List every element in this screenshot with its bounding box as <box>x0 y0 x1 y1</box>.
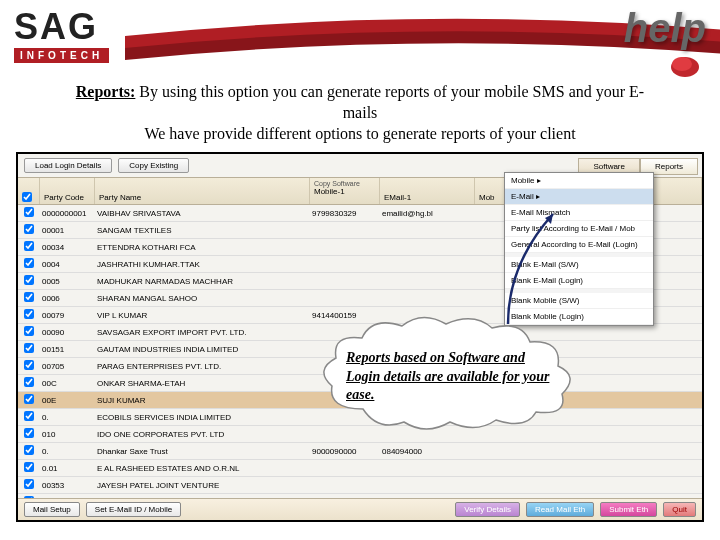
row-checkbox[interactable] <box>24 241 34 251</box>
cell-name: MADHUKAR NARMADAS MACHHAR <box>95 277 310 286</box>
cell-name: SANGAM TEXTILES <box>95 226 310 235</box>
load-login-button[interactable]: Load Login Details <box>24 158 112 173</box>
cell-name: ETTENDRA KOTHARI FCA <box>95 243 310 252</box>
cell-name: VAIBHAV SRIVASTAVA <box>95 209 310 218</box>
cell-code: 00079 <box>40 311 95 320</box>
row-checkbox[interactable] <box>24 394 34 404</box>
cell-name: PARAG ENTERPRISES PVT. LTD. <box>95 362 310 371</box>
set-email-button[interactable]: Set E-Mail ID / Mobile <box>86 502 181 517</box>
help-label: help <box>624 6 706 51</box>
row-checkbox[interactable] <box>24 411 34 421</box>
logo: SAG INFOTECH <box>14 6 109 63</box>
svg-point-1 <box>672 57 692 71</box>
cell-code: 00151 <box>40 345 95 354</box>
cell-email: emailid@hg.bl <box>380 209 475 218</box>
row-checkbox[interactable] <box>24 326 34 336</box>
cell-name: JASHRATHI KUMHAR.TTAK <box>95 260 310 269</box>
intro-line1: By using this option you can generate re… <box>135 83 644 121</box>
cell-code: 0005 <box>40 277 95 286</box>
cell-name: SAVSAGAR EXPORT IMPORT PVT. LTD. <box>95 328 310 337</box>
cell-code: 00E <box>40 396 95 405</box>
cell-name: E AL RASHEED ESTATES AND O.R.NL <box>95 464 310 473</box>
cell-name: SUJI KUMAR <box>95 396 310 405</box>
row-checkbox[interactable] <box>24 360 34 370</box>
quit-button[interactable]: Quit <box>663 502 696 517</box>
cell-code: 00C <box>40 379 95 388</box>
mail-setup-button[interactable]: Mail Setup <box>24 502 80 517</box>
read-mail-button[interactable]: Read Mail Eth <box>526 502 594 517</box>
intro-line2: We have provide different options to gen… <box>144 125 575 142</box>
cell-name: GAUTAM INDUSTRIES INDIA LIMITED <box>95 345 310 354</box>
cell-mobile: 9799830329 <box>310 209 380 218</box>
row-checkbox[interactable] <box>24 292 34 302</box>
cell-name: Dhankar Saxe Trust <box>95 447 310 456</box>
col-name: Party Name <box>95 178 310 204</box>
callout-text: Reports based on Software and Login deta… <box>346 349 561 404</box>
row-checkbox[interactable] <box>24 275 34 285</box>
cell-code: 0.01 <box>40 464 95 473</box>
cell-code: 00034 <box>40 243 95 252</box>
mouse-icon <box>665 50 705 80</box>
cell-code: 00090 <box>40 328 95 337</box>
row-checkbox[interactable] <box>24 428 34 438</box>
col-email: EMail-1 <box>380 178 475 204</box>
row-checkbox[interactable] <box>24 377 34 387</box>
footer-bar: Mail Setup Set E-Mail ID / Mobile Verify… <box>18 498 702 520</box>
cell-code: 0000000001 <box>40 209 95 218</box>
cell-mobile: 9000090000 <box>310 447 380 456</box>
row-checkbox[interactable] <box>24 224 34 234</box>
intro-text: Reports: By using this option you can ge… <box>0 78 720 152</box>
cell-email: 084094000 <box>380 447 475 456</box>
cell-name: ECOBILS SERVICES INDIA LIMITED <box>95 413 310 422</box>
callout-arrow <box>498 194 568 324</box>
table-row[interactable]: 0.01E AL RASHEED ESTATES AND O.R.NL <box>18 460 702 477</box>
cell-name: VIP L KUMAR <box>95 311 310 320</box>
row-checkbox[interactable] <box>24 343 34 353</box>
app-screenshot: Load Login Details Copy Existing Show No… <box>16 152 704 522</box>
select-all-checkbox[interactable] <box>22 192 32 202</box>
table-row[interactable]: 00353JAYESH PATEL JOINT VENTURE <box>18 477 702 494</box>
header: SAG INFOTECH help <box>0 0 720 78</box>
row-checkbox[interactable] <box>24 479 34 489</box>
cell-code: 00705 <box>40 362 95 371</box>
row-checkbox[interactable] <box>24 207 34 217</box>
cell-code: 0004 <box>40 260 95 269</box>
logo-sub: INFOTECH <box>14 48 109 63</box>
col-code: Party Code <box>40 178 95 204</box>
cell-code: 010 <box>40 430 95 439</box>
cell-code: 0006 <box>40 294 95 303</box>
col-check <box>18 178 40 204</box>
cell-name: JAYESH PATEL JOINT VENTURE <box>95 481 310 490</box>
col-mobile-top: Copy Software <box>314 180 360 187</box>
cell-name: ONKAR SHARMA-ETAH <box>95 379 310 388</box>
cell-name: SHARAN MANGAL SAHOO <box>95 294 310 303</box>
intro-lead: Reports: <box>76 83 136 100</box>
cell-name: IDO ONE CORPORATES PVT. LTD <box>95 430 310 439</box>
logo-main: SAG <box>14 6 109 48</box>
cell-code: 00001 <box>40 226 95 235</box>
col-mobile: Copy Software Mobile-1 <box>310 178 380 204</box>
cell-code: 00353 <box>40 481 95 490</box>
cell-code: 0. <box>40 413 95 422</box>
row-checkbox[interactable] <box>24 258 34 268</box>
dropdown-item[interactable]: Mobile ▸ <box>505 173 653 189</box>
row-checkbox[interactable] <box>24 462 34 472</box>
copy-existing-button[interactable]: Copy Existing <box>118 158 189 173</box>
submit-button[interactable]: Submit Eth <box>600 502 657 517</box>
row-checkbox[interactable] <box>24 309 34 319</box>
table-row[interactable]: 0.Dhankar Saxe Trust9000090000084094000 <box>18 443 702 460</box>
col-mobile-label: Mobile-1 <box>314 187 345 196</box>
row-checkbox[interactable] <box>24 445 34 455</box>
verify-button[interactable]: Verify Details <box>455 502 520 517</box>
cell-code: 0. <box>40 447 95 456</box>
